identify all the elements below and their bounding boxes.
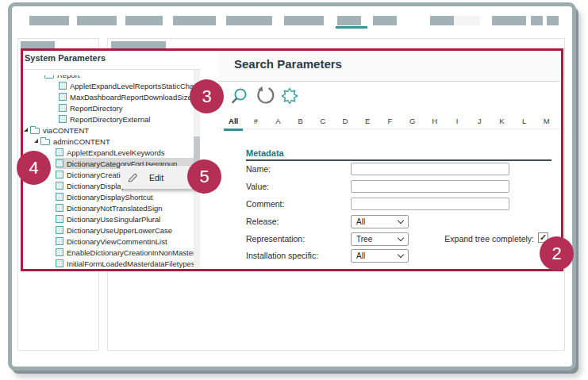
expander-icon[interactable] — [24, 128, 28, 132]
field-label-release: Release: — [246, 217, 279, 226]
tree-item-appletexpandlevelkeywords[interactable]: AppletExpandLevelKeywords — [23, 147, 194, 158]
expander-icon[interactable] — [34, 139, 38, 143]
tree-item-label: DictionaryDisplayShortcut — [67, 193, 153, 202]
menu-item-placeholder[interactable] — [492, 16, 526, 25]
folder-icon — [40, 139, 50, 145]
screenshot-stage: System Parameters ReportAppletExpandLeve… — [0, 0, 588, 380]
tree-item-label: EnableDictionaryCreationInNonMasterLan — [67, 248, 194, 257]
tree-item-initialformloadedmasterdatafiletypes[interactable]: InitialFormLoadedMasterdataFiletypes — [23, 258, 194, 269]
tree-item-label: adminCONTENT — [53, 137, 110, 146]
tree-item-dictionarydisplayshortcut[interactable]: DictionaryDisplayShortcut — [23, 191, 194, 202]
tree-item-content: AppletExpandLevelKeywords — [56, 147, 194, 158]
tree-item-label: DictionaryNotTranslatedSign — [67, 204, 163, 213]
context-menu[interactable]: Edit — [121, 166, 198, 189]
tree-item-content: DictionaryNotTranslatedSign — [56, 202, 194, 213]
tree-item-label: viaCONTENT — [43, 126, 89, 135]
tree-item-content: MaxDashboardReportDownloadSize — [59, 91, 194, 102]
tree-item-content: EnableDictionaryCreationInNonMasterLan — [56, 247, 194, 258]
annotation-badge-5: 5 — [187, 159, 221, 194]
tree-item-label: InitialFormLoadedMasterdataFiletypes — [67, 259, 194, 268]
parameter-icon — [59, 93, 67, 101]
system-parameters-title: System Parameters — [25, 53, 106, 63]
annotation-red-border: System Parameters ReportAppletExpandLeve… — [21, 48, 563, 271]
release-select[interactable]: All — [351, 215, 409, 228]
parameter-icon — [59, 115, 67, 123]
menu-item-placeholder[interactable] — [430, 16, 454, 25]
field-label-value: Value: — [246, 182, 269, 191]
tree-item-label: DictionaryUseUpperLowerCase — [67, 226, 172, 235]
tree-item-content: DictionaryUseUpperLowerCase — [56, 225, 194, 236]
metadata-section-title: Metadata — [246, 148, 284, 158]
select-value: All — [356, 217, 365, 226]
tree-item-admincontent[interactable]: adminCONTENT — [23, 136, 194, 147]
annotation-badge-3: 3 — [190, 79, 224, 113]
parameter-icon — [56, 148, 63, 156]
expand-tree-label: Expand tree completely: — [444, 234, 534, 244]
chevron-down-icon — [398, 251, 404, 258]
tree-item-enabledictionarycreationinnonmasterlan[interactable]: EnableDictionaryCreationInNonMasterLan — [23, 247, 194, 258]
parameter-icon — [56, 182, 63, 190]
tree-item-content: DictionaryDisplayShortcut — [56, 191, 194, 202]
chevron-down-icon — [398, 234, 404, 240]
menu-item-placeholder[interactable] — [547, 16, 559, 25]
parameter-icon — [56, 204, 63, 212]
menu-item-placeholder[interactable] — [284, 16, 324, 25]
menu-item-placeholder[interactable] — [173, 16, 216, 25]
tree-item-reportdirectoryexternal[interactable]: ReportDirectoryExternal — [23, 113, 194, 125]
parameter-icon — [56, 193, 63, 201]
folder-icon — [30, 128, 40, 134]
field-label-comment: Comment: — [246, 199, 284, 209]
tree-item-dictionaryusesingularplural[interactable]: DictionaryUseSingularPlural — [23, 213, 194, 225]
tree-item-content: ReportDirectoryExternal — [59, 113, 194, 125]
tree-item-maxdashboardreportdownloadsize[interactable]: MaxDashboardReportDownloadSize — [23, 91, 194, 102]
divider — [23, 69, 201, 70]
parameter-icon — [56, 237, 63, 245]
tree-item-dictionaryuseupperlowercase[interactable]: DictionaryUseUpperLowerCase — [23, 225, 194, 236]
tree-item-viacontent[interactable]: viaCONTENT — [23, 125, 194, 136]
tree-item-label: Report — [57, 75, 80, 79]
menu-item-placeholder[interactable] — [373, 16, 397, 25]
comment-input[interactable] — [351, 198, 509, 210]
annotation-badge-4: 4 — [17, 151, 51, 185]
menu-item-placeholder[interactable] — [77, 16, 117, 25]
tree-item-label: AppletExpandLevelReportsStaticChangeD — [70, 82, 194, 90]
folder-icon — [44, 75, 54, 79]
menu-item-placeholder[interactable] — [337, 16, 361, 25]
tree-item-content: viaCONTENT — [24, 125, 194, 136]
tree-item-label: DictionaryUseSingularPlural — [67, 215, 160, 224]
tree-item-dictionaryviewcommentinlist[interactable]: DictionaryViewCommentInList — [23, 236, 194, 247]
parameter-icon — [56, 248, 63, 256]
tree-item-label: ReportDirectory — [70, 104, 123, 113]
parameter-icon — [56, 226, 63, 234]
value-input[interactable] — [351, 180, 509, 193]
parameter-icon — [59, 104, 67, 112]
installation-specific-select[interactable]: All — [351, 249, 409, 263]
tree-item-dictionarynottranslatedsign[interactable]: DictionaryNotTranslatedSign — [23, 202, 194, 213]
name-input[interactable] — [351, 163, 509, 175]
menu-item-placeholder[interactable] — [226, 16, 272, 25]
chevron-down-icon — [398, 217, 404, 223]
parameter-icon — [56, 259, 63, 267]
select-value: Tree — [356, 235, 372, 244]
menu-item-placeholder[interactable] — [531, 16, 543, 25]
metadata-form: Metadata Name:Value:Comment:Release:AllR… — [218, 51, 561, 269]
field-label-installation-specific: Installation specific: — [246, 251, 318, 260]
tree-item-appletexpandlevelreportsstaticchanged[interactable]: AppletExpandLevelReportsStaticChangeD — [23, 80, 194, 91]
parameter-icon — [56, 215, 63, 223]
menu-item-placeholder[interactable] — [125, 16, 163, 25]
divider — [246, 159, 551, 161]
parameter-icon — [56, 159, 63, 167]
tree-item-reportdirectory[interactable]: ReportDirectory — [23, 102, 194, 113]
menu-item-placeholder[interactable] — [29, 16, 69, 25]
menu-item-placeholder[interactable] — [454, 16, 480, 25]
parameter-icon — [56, 171, 63, 178]
tree-item-content: DictionaryViewCommentInList — [56, 236, 194, 247]
tree-item-content: adminCONTENT — [34, 136, 194, 147]
representation-select[interactable]: Tree — [351, 232, 409, 246]
tree-item-label: ReportDirectoryExternal — [70, 115, 150, 124]
context-menu-item-edit[interactable]: Edit — [149, 173, 163, 182]
tree-item-label: MaxDashboardReportDownloadSize — [70, 93, 192, 102]
tree-item-content: ReportDirectory — [59, 102, 194, 113]
select-value: All — [356, 251, 365, 260]
field-label-representation: Representation: — [246, 234, 305, 244]
